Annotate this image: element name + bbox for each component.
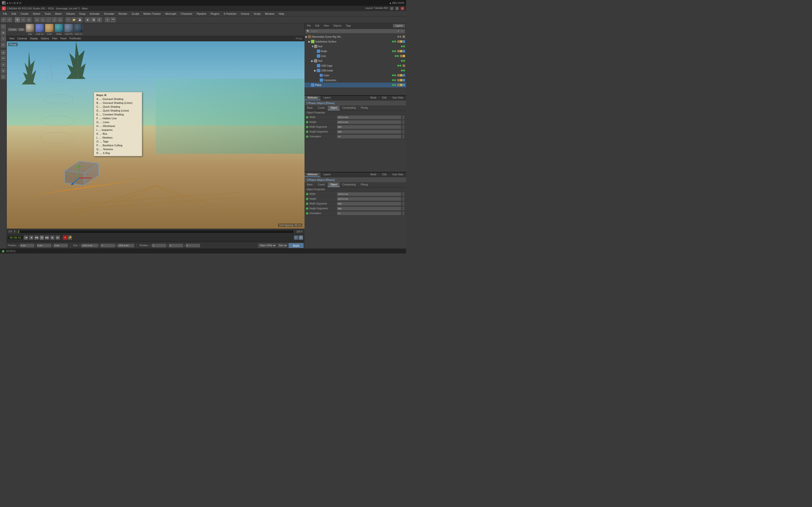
prop-updown-orient[interactable]: ▲▼	[402, 135, 405, 138]
tree-plane[interactable]: Plane	[305, 82, 406, 88]
attr-mode[interactable]: Mode	[367, 96, 379, 100]
menu-create[interactable]: Create	[18, 12, 31, 16]
attr-edit[interactable]: Edit	[379, 96, 389, 100]
tree-subdivision[interactable]: ▶ Subdivision Surface	[305, 39, 406, 44]
rot-x-field[interactable]: 0	[152, 243, 166, 247]
om-tab-objects[interactable]: Objects	[332, 24, 343, 27]
ctx-box[interactable]: K .... Box	[94, 132, 142, 136]
attr2-subtab-basic[interactable]: Basic	[305, 182, 315, 187]
prop2-updown-hseg[interactable]: ▲▼	[402, 207, 405, 211]
menu-file[interactable]: File	[1, 12, 9, 16]
material-usbco[interactable]: USB Co	[74, 24, 83, 35]
pos-y-field[interactable]: 0 cm	[37, 243, 51, 247]
tool-camera[interactable]: 📷	[1, 56, 6, 61]
tool-scale[interactable]: ⤢	[1, 36, 6, 42]
next-keyframe-btn[interactable]: ▶|	[56, 235, 60, 240]
rot-z-field[interactable]: 0	[186, 243, 200, 247]
ctx-quick-shading[interactable]: C .... Quick Shading	[94, 105, 142, 109]
attr2-tab-layers[interactable]: Layers	[320, 172, 334, 177]
prop2-updown-width[interactable]: ▲▼	[402, 192, 405, 196]
auto-key-btn[interactable]: 🔑	[68, 235, 72, 240]
attr-subtab-basic[interactable]: Basic	[305, 106, 315, 110]
tb-select-all[interactable]: ◻	[34, 17, 40, 22]
size-b-field[interactable]: 1372.4 cm	[117, 243, 134, 247]
prop2-value-hseg[interactable]: 500	[337, 207, 401, 211]
tb-render-settings[interactable]: ⚙	[97, 17, 102, 22]
tree-cube[interactable]: Cube	[305, 73, 406, 78]
attr-subtab-coord[interactable]: Coord.	[315, 106, 328, 110]
attr-tab-attributes[interactable]: Attributes	[305, 96, 320, 100]
vp-filter[interactable]: Filter	[51, 37, 59, 40]
mat-create[interactable]: Create	[8, 28, 17, 31]
tb-save[interactable]: 💾	[77, 17, 83, 22]
menu-select[interactable]: Select	[31, 12, 42, 16]
tool-magnet[interactable]: ⊕	[1, 50, 6, 55]
attr-subtab-phong[interactable]: Phong	[358, 106, 370, 110]
pos-x-field[interactable]: 0 cm	[20, 243, 34, 247]
material-bottle[interactable]: Bottle	[55, 24, 63, 35]
menu-tools[interactable]: Tools	[43, 12, 53, 16]
om-icon-1[interactable]: ⊕	[397, 30, 400, 33]
ctx-gouraud-lines[interactable]: B .... Gouraud Shading (Lines)	[94, 101, 142, 105]
material-cork[interactable]: Cork	[45, 24, 54, 35]
minimize-btn[interactable]: ─	[390, 7, 394, 10]
prop-updown-width[interactable]: ▲▼	[402, 115, 405, 119]
vp-options[interactable]: Options	[39, 37, 51, 40]
tb-open[interactable]: 📂	[71, 17, 77, 22]
prop-updown-height[interactable]: ▲▼	[402, 120, 405, 124]
menu-render[interactable]: Render	[116, 12, 129, 16]
tool-floor[interactable]: ⊟	[1, 68, 6, 73]
ctx-tags[interactable]: O .... Tags	[94, 139, 142, 144]
material-mat[interactable]: Mat	[26, 24, 34, 35]
tb-object[interactable]: ◇	[40, 17, 45, 22]
tree-null-2[interactable]: ▶ Null	[305, 58, 406, 63]
attr2-subtab-coord[interactable]: Coord.	[315, 182, 328, 187]
tb-scale[interactable]: ⤢	[20, 17, 26, 22]
tb-redo[interactable]: ↪	[7, 17, 12, 22]
menu-volume[interactable]: Volume	[64, 12, 77, 16]
ctx-wireframe[interactable]: H .... Wireframe	[94, 124, 142, 128]
attr2-userdata[interactable]: User Data	[389, 172, 406, 177]
vp-display[interactable]: Display	[29, 37, 39, 40]
attr2-subtab-phong[interactable]: Phong	[358, 182, 370, 187]
prop-value-wseg[interactable]: 500	[337, 125, 401, 129]
tb-rotate[interactable]: ↻	[27, 17, 32, 22]
tool-select[interactable]: ↖	[1, 24, 6, 30]
tb-render-view[interactable]: 🖼	[91, 17, 96, 22]
menu-plugins[interactable]: Plugins	[209, 12, 221, 16]
ctx-xray[interactable]: R .... X-Ray	[94, 151, 142, 155]
tb-cam[interactable]: 📷	[110, 17, 116, 22]
menu-motiontracker[interactable]: Motion Tracker	[141, 12, 163, 16]
vp-view[interactable]: View	[8, 37, 16, 40]
prop-value-width[interactable]: 1372.4 cm	[337, 115, 401, 119]
prop2-value-wseg[interactable]: 500	[337, 202, 401, 206]
menu-edit[interactable]: Edit	[10, 12, 18, 16]
material-usbca[interactable]: USB Ca	[35, 24, 44, 35]
menu-simulate[interactable]: Simulate	[102, 12, 116, 16]
size-p-field[interactable]: 0	[101, 243, 115, 247]
attr-subtab-compositing[interactable]: Compositing	[340, 106, 358, 110]
mat-edit[interactable]: Edit	[18, 28, 24, 31]
attr-subtab-object[interactable]: Object	[328, 106, 340, 110]
menu-sculpt[interactable]: Sculpt	[130, 12, 141, 16]
size-h-field[interactable]: 1372.4 cm	[81, 243, 98, 247]
menu-help[interactable]: Help	[277, 12, 286, 16]
tl-mode-1[interactable]: F	[294, 235, 298, 240]
maximize-btn[interactable]: □	[395, 7, 399, 10]
om-tab-view[interactable]: View	[322, 24, 331, 27]
vp-cameras[interactable]: Cameras	[16, 37, 29, 40]
menu-character[interactable]: Character	[179, 12, 194, 16]
menu-mograph[interactable]: MoGraph	[163, 12, 179, 16]
prev-keyframe-btn[interactable]: |◀	[24, 235, 28, 240]
tb-undo[interactable]: ↩	[1, 17, 6, 22]
ctx-textures[interactable]: Q .... Textures	[94, 147, 142, 151]
vp-prorender[interactable]: ProRender	[68, 37, 83, 40]
menu-pipeline[interactable]: Pipeline	[195, 12, 208, 16]
menu-mesh[interactable]: Mesh	[53, 12, 63, 16]
tb-move[interactable]: ✥	[15, 17, 20, 22]
pos-z-field[interactable]: 0 cm	[53, 243, 68, 247]
prop2-updown-orient[interactable]: ▲▼	[402, 212, 405, 215]
prop2-value-height[interactable]: 1372.4 cm	[337, 197, 401, 201]
ctx-isoparms[interactable]: I .... Isoparms	[94, 128, 142, 132]
layers-tab[interactable]: Layers	[393, 24, 405, 27]
